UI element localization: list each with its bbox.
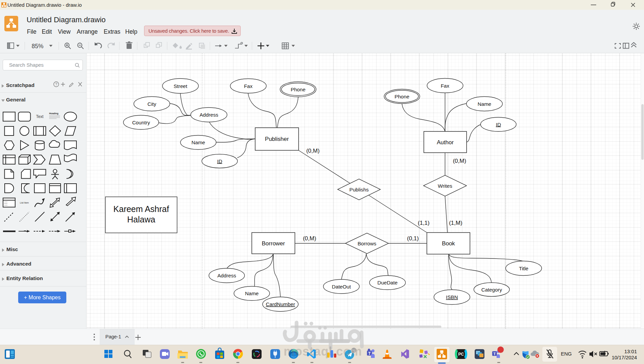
svg-text:Writes: Writes bbox=[438, 183, 452, 189]
svg-text:Name: Name bbox=[245, 291, 259, 296]
svg-text:Street: Street bbox=[174, 83, 188, 89]
svg-text:Text: Text bbox=[36, 114, 44, 119]
svg-text:Category: Category bbox=[481, 287, 502, 293]
svg-text:Name: Name bbox=[192, 140, 205, 145]
svg-text:Halawa: Halawa bbox=[127, 215, 155, 224]
svg-text:City: City bbox=[147, 101, 157, 107]
svg-text:Country: Country bbox=[132, 120, 150, 125]
svg-text:DueDate: DueDate bbox=[377, 280, 398, 285]
svg-text:(0,M): (0,M) bbox=[453, 158, 466, 164]
svg-text:Author: Author bbox=[437, 139, 453, 146]
svg-text:(0,M): (0,M) bbox=[306, 148, 320, 154]
svg-text:ID: ID bbox=[496, 122, 501, 127]
svg-text:Borrows: Borrows bbox=[358, 241, 376, 246]
svg-text:85%: 85% bbox=[32, 43, 43, 50]
svg-text:Heading: Heading bbox=[49, 112, 59, 115]
svg-text:List Item: List Item bbox=[20, 202, 29, 204]
svg-text:(0,M): (0,M) bbox=[303, 235, 316, 242]
svg-text:Book: Book bbox=[442, 240, 455, 247]
svg-text:Publisher: Publisher bbox=[265, 136, 289, 142]
svg-text:(1,M): (1,M) bbox=[449, 220, 463, 226]
svg-text:(0,1): (0,1) bbox=[407, 235, 419, 242]
svg-text:T: T bbox=[494, 352, 496, 356]
svg-text:DateOut: DateOut bbox=[332, 284, 351, 290]
svg-text:Borrower: Borrower bbox=[262, 240, 285, 247]
svg-text:ENG: ENG bbox=[561, 351, 572, 357]
svg-text:Phone: Phone bbox=[395, 94, 409, 99]
svg-text:Kareem Ashraf: Kareem Ashraf bbox=[113, 204, 169, 214]
svg-text:CardNumber: CardNumber bbox=[266, 301, 295, 307]
svg-text:Name: Name bbox=[478, 101, 492, 107]
svg-text:?: ? bbox=[55, 82, 57, 86]
svg-text:Address: Address bbox=[200, 112, 218, 118]
svg-text:Phone: Phone bbox=[291, 87, 306, 92]
svg-text:Fax: Fax bbox=[441, 83, 449, 89]
svg-text:PC: PC bbox=[458, 352, 464, 357]
svg-text:Title: Title bbox=[519, 266, 528, 271]
svg-text:ISBN: ISBN bbox=[446, 294, 458, 300]
svg-text:Fax: Fax bbox=[244, 83, 253, 89]
svg-text:Address: Address bbox=[217, 273, 236, 278]
svg-text:ID: ID bbox=[217, 158, 222, 164]
svg-text:(1,1): (1,1) bbox=[418, 220, 430, 226]
svg-text:Publishs: Publishs bbox=[349, 187, 369, 192]
